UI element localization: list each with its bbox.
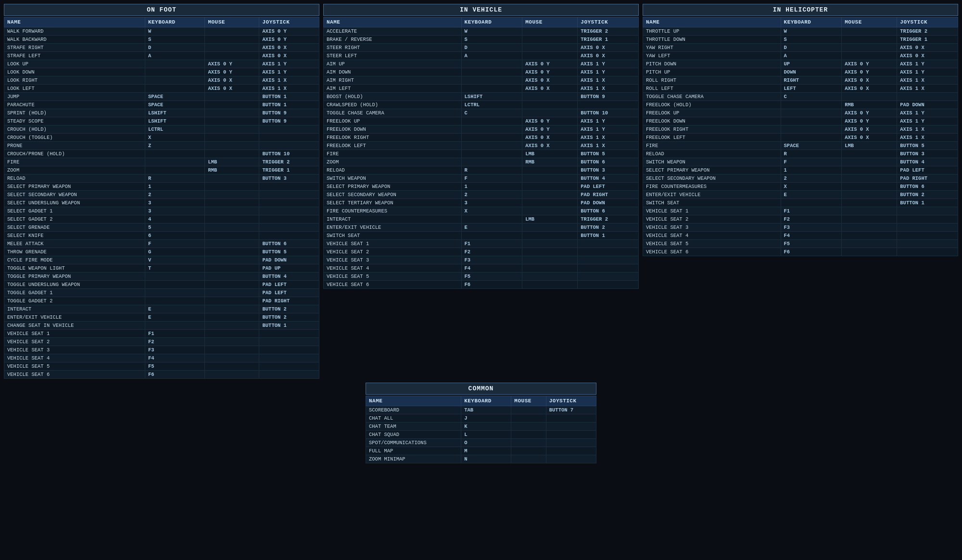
table-row: STEER RIGHTDAXIS 0 X <box>324 44 639 52</box>
joystick-binding: AXIS 0 X <box>259 44 319 52</box>
action-name: FIRE COUNTERMEASURES <box>324 207 462 215</box>
joystick-binding: BUTTON 1 <box>578 232 639 240</box>
table-row: SELECT PRIMARY WEAPON1 <box>4 183 319 191</box>
keyboard-binding: 4 <box>145 215 205 224</box>
keyboard-binding: DOWN <box>781 68 842 76</box>
mouse-binding <box>205 346 259 354</box>
table-row: VEHICLE SEAT 4F4 <box>643 232 958 240</box>
mouse-binding <box>842 27 897 36</box>
keyboard-binding: W <box>781 27 842 36</box>
mouse-binding: AXIS 0 X <box>842 134 897 142</box>
keyboard-binding: TAB <box>461 406 511 414</box>
mouse-binding: AXIS 0 X <box>842 125 897 134</box>
action-name: FREELOOK RIGHT <box>643 125 781 134</box>
action-name: PRONE <box>4 142 145 150</box>
mouse-binding: AXIS 0 Y <box>522 68 578 76</box>
keyboard-binding <box>145 273 205 281</box>
keyboard-binding: RIGHT <box>781 76 842 85</box>
common-col-name: NAME <box>366 396 461 406</box>
joystick-binding: TRIGGER 1 <box>578 36 639 44</box>
mouse-binding <box>511 447 546 455</box>
mouse-binding <box>842 150 897 158</box>
keyboard-binding: R <box>461 166 522 174</box>
joystick-binding <box>897 240 958 248</box>
action-name: SWITCH SEAT <box>324 232 462 240</box>
mouse-binding <box>205 109 259 117</box>
in-vehicle-section: IN VEHICLE NAME KEYBOARD MOUSE JOYSTICK … <box>323 4 639 289</box>
common-table: NAME KEYBOARD MOUSE JOYSTICK SCOREBOARDT… <box>366 396 596 463</box>
table-row: FREELOOK UPAXIS 0 YAXIS 1 Y <box>643 109 958 117</box>
keyboard-binding: R <box>145 174 205 183</box>
mouse-binding <box>205 117 259 125</box>
table-row: FULL MAPM <box>366 447 596 455</box>
action-name: YAW LEFT <box>643 52 781 60</box>
mouse-binding <box>205 297 259 305</box>
joystick-binding: PAD RIGHT <box>897 174 958 183</box>
table-row: YAW LEFTAAXIS 0 X <box>643 52 958 60</box>
table-row: AIM RIGHTAXIS 0 XAXIS 1 X <box>324 76 639 85</box>
joystick-binding <box>259 224 319 232</box>
table-row: VEHICLE SEAT 1F1 <box>643 207 958 215</box>
table-row: PARACHUTESPACEBUTTON 1 <box>4 101 319 109</box>
joystick-binding <box>259 346 319 354</box>
on-foot-col-joystick: JOYSTICK <box>259 17 319 27</box>
mouse-binding <box>522 199 578 207</box>
keyboard-binding: 3 <box>145 207 205 215</box>
keyboard-binding: 1 <box>145 183 205 191</box>
joystick-binding: BUTTON 3 <box>259 174 319 183</box>
joystick-binding <box>259 338 319 346</box>
joystick-binding: PAD RIGHT <box>578 191 639 199</box>
table-row: SWITCH SEATBUTTON 1 <box>324 232 639 240</box>
keyboard-binding <box>461 150 522 158</box>
action-name: VEHICLE SEAT 1 <box>4 330 145 338</box>
action-name: SCOREBOARD <box>366 406 461 414</box>
keyboard-binding: C <box>781 93 842 101</box>
in-helicopter-col-keyboard: KEYBOARD <box>781 17 842 27</box>
keyboard-binding: W <box>145 27 205 36</box>
mouse-binding <box>205 338 259 346</box>
action-name: FIRE <box>4 158 145 166</box>
action-name: CYCLE FIRE MODE <box>4 256 145 264</box>
table-row: LOOK LEFTAXIS 0 XAXIS 1 X <box>4 85 319 93</box>
joystick-binding: AXIS 1 Y <box>897 68 958 76</box>
joystick-binding: BUTTON 3 <box>578 166 639 174</box>
table-row: STEADY SCOPELSHIFTBUTTON 9 <box>4 117 319 125</box>
action-name: TOGGLE CHASE CAMERA <box>324 109 462 117</box>
action-name: STRAFE RIGHT <box>4 44 145 52</box>
table-row: FIRELMBTRIGGER 2 <box>4 158 319 166</box>
table-row: FREELOOK DOWNAXIS 0 YAXIS 1 Y <box>324 125 639 134</box>
table-row: ROLL RIGHTRIGHTAXIS 0 XAXIS 1 X <box>643 76 958 85</box>
mouse-binding <box>205 36 259 44</box>
joystick-binding: BUTTON 5 <box>259 248 319 256</box>
joystick-binding: PAD RIGHT <box>259 297 319 305</box>
keyboard-binding: F <box>781 158 842 166</box>
joystick-binding <box>259 207 319 215</box>
mouse-binding <box>205 322 259 330</box>
keyboard-binding: O <box>461 439 511 447</box>
keyboard-binding: F4 <box>781 232 842 240</box>
table-row: SCOREBOARDTABBUTTON 7 <box>366 406 596 414</box>
table-row: YAW RIGHTDAXIS 0 X <box>643 44 958 52</box>
joystick-binding: BUTTON 9 <box>578 93 639 101</box>
action-name: BRAKE / REVERSE <box>324 36 462 44</box>
action-name: VEHICLE SEAT 2 <box>324 248 462 256</box>
joystick-binding: BUTTON 10 <box>259 150 319 158</box>
on-foot-col-keyboard: KEYBOARD <box>145 17 205 27</box>
action-name: ENTER/EXIT VEHICLE <box>4 313 145 322</box>
joystick-binding <box>578 101 639 109</box>
keyboard-binding <box>145 297 205 305</box>
keyboard-binding: F6 <box>781 248 842 256</box>
mouse-binding: AXIS 0 Y <box>205 60 259 68</box>
mouse-binding <box>205 215 259 224</box>
on-foot-col-mouse: MOUSE <box>205 17 259 27</box>
keyboard-binding: E <box>145 313 205 322</box>
joystick-binding: AXIS 0 X <box>578 52 639 60</box>
mouse-binding <box>511 431 546 439</box>
keyboard-binding <box>781 101 842 109</box>
table-row: VEHICLE SEAT 1F1 <box>4 330 319 338</box>
action-name: FREELOOK DOWN <box>643 117 781 125</box>
table-row: RELOADRBUTTON 3 <box>324 166 639 174</box>
table-row: AIM UPAXIS 0 YAXIS 1 Y <box>324 60 639 68</box>
keyboard-binding <box>145 85 205 93</box>
action-name: SELECT PRIMARY WEAPON <box>324 183 462 191</box>
